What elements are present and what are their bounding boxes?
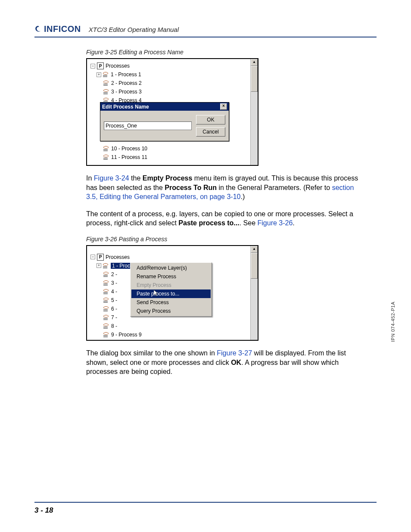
menu-send-process[interactable]: Send Process (131, 298, 211, 307)
process-icon (103, 289, 109, 294)
process-name-input[interactable] (104, 121, 192, 130)
process-icon (103, 306, 109, 311)
menu-query-process[interactable]: Query Process (131, 307, 211, 315)
process-icon (103, 332, 109, 337)
processes-folder-icon: P (97, 62, 104, 69)
cancel-button[interactable]: Cancel (196, 127, 225, 137)
ok-button[interactable]: OK (196, 115, 225, 124)
figure-25-caption: Figure 3-25 Editing a Process Name (86, 49, 359, 56)
page-number: 3 - 18 (34, 506, 53, 514)
tree-item[interactable]: 7 - (111, 314, 117, 320)
menu-rename-process[interactable]: Rename Process (131, 272, 211, 281)
paragraph-2: The content of a process, e.g. layers, c… (86, 209, 359, 228)
process-icon (103, 146, 109, 151)
processes-folder-icon: P (97, 254, 104, 261)
tree-item[interactable]: 5 - (111, 297, 117, 303)
process-icon (103, 315, 109, 320)
close-icon[interactable]: × (220, 103, 227, 110)
tree-item[interactable]: 4 - (111, 289, 117, 295)
page-header: INFICON XTC/3 Editor Operating Manual (34, 24, 377, 37)
tree-item[interactable]: 3 - Process 3 (111, 89, 142, 95)
tree-item[interactable]: 11 - Process 11 (111, 154, 147, 160)
tree-item[interactable]: 2 - (111, 271, 117, 277)
process-icon (103, 72, 109, 77)
link-figure-3-24[interactable]: Figure 3-24 (94, 174, 129, 182)
tree-item[interactable]: 9 - Process 9 (111, 332, 142, 338)
process-tree: − P Processes + 1 - Process 1 2 - Proces… (87, 59, 250, 165)
brand-text: INFICON (44, 24, 81, 34)
paragraph-3: The dialog box similar to the one shown … (86, 348, 359, 376)
tree-root-label[interactable]: Processes (106, 63, 130, 69)
process-icon (103, 272, 109, 277)
expand-icon[interactable]: + (97, 263, 101, 268)
figure-26-screenshot: − P Processes + 1 - Process_One 2 - 3 - … (86, 245, 258, 341)
tree-item[interactable]: 6 - (111, 306, 117, 312)
manual-title: XTC/3 Editor Operating Manual (89, 26, 179, 34)
logo-swirl-icon (34, 25, 42, 33)
scroll-thumb[interactable] (251, 66, 258, 92)
process-icon (103, 89, 109, 94)
tree-item[interactable]: 2 - Process 2 (111, 80, 142, 86)
brand-logo: INFICON (34, 24, 81, 34)
process-tree-2: − P Processes + 1 - Process_One 2 - 3 - … (87, 246, 250, 340)
process-icon (103, 81, 109, 86)
process-icon (103, 155, 109, 160)
link-figure-3-26[interactable]: Figure 3-26 (258, 219, 293, 227)
edit-process-name-dialog: Edit Process Name × OK Cancel (100, 102, 229, 141)
process-icon (103, 298, 109, 303)
process-icon (103, 324, 109, 329)
tree-item[interactable]: 3 - (111, 280, 117, 286)
paragraph-1: In Figure 3-24 the Empty Process menu it… (86, 174, 359, 202)
scroll-up-icon[interactable]: ▲ (251, 246, 258, 253)
scrollbar[interactable]: ▲ (250, 59, 258, 165)
scroll-up-icon[interactable]: ▲ (251, 59, 258, 66)
expand-icon[interactable]: + (97, 72, 101, 77)
menu-paste-process-to[interactable]: Paste process to... (131, 289, 211, 298)
tree-item[interactable]: 1 - Process 1 (111, 72, 141, 78)
tree-item[interactable]: 10 - Process 10 (111, 146, 147, 152)
link-figure-3-27[interactable]: Figure 3-27 (217, 349, 252, 357)
scrollbar[interactable]: ▲ (250, 246, 258, 340)
process-icon (103, 263, 109, 268)
page-footer: 3 - 18 (34, 502, 377, 515)
figure-26-caption: Figure 3-26 Pasting a Process (86, 236, 359, 243)
dialog-title: Edit Process Name (102, 104, 149, 110)
context-menu: Add/Remove Layer(s) Rename Process Empty… (130, 262, 212, 317)
tree-item[interactable]: 8 - (111, 323, 117, 329)
menu-add-remove-layers[interactable]: Add/Remove Layer(s) (131, 264, 211, 272)
process-icon (103, 280, 109, 286)
ipn-label: IPN 074-452-P1A (390, 302, 395, 342)
collapse-icon[interactable]: − (90, 255, 95, 259)
tree-root-label[interactable]: Processes (106, 254, 130, 260)
figure-25-screenshot: − P Processes + 1 - Process 1 2 - Proces… (86, 58, 258, 166)
collapse-icon[interactable]: − (90, 64, 95, 68)
scroll-thumb[interactable] (251, 253, 258, 279)
menu-empty-process: Empty Process (131, 281, 211, 289)
